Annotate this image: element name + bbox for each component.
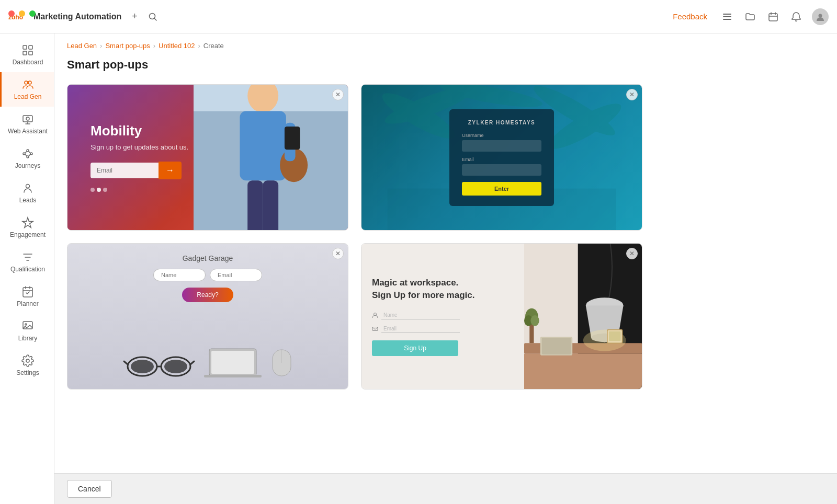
minimize-dot[interactable] <box>19 10 25 17</box>
notification-button[interactable] <box>789 9 804 24</box>
calendar-button[interactable] <box>766 9 781 24</box>
lead-gen-icon <box>21 78 34 91</box>
template-grid: Mobility Sign up to get updates about us… <box>67 84 642 390</box>
close-dot[interactable] <box>8 10 15 17</box>
svg-line-26 <box>29 154 30 156</box>
svg-rect-6 <box>769 14 777 21</box>
search-button[interactable] <box>146 10 160 24</box>
tmpl2-close-btn[interactable]: ✕ <box>626 89 638 100</box>
zylker-brand: ZYLKER HOMESTAYS <box>462 120 541 125</box>
cancel-button[interactable]: Cancel <box>67 480 112 498</box>
tmpl1-email-input[interactable] <box>91 163 159 178</box>
sidebar-item-library[interactable]: Library <box>0 314 54 348</box>
svg-rect-5 <box>723 19 731 20</box>
sidebar-label-library: Library <box>18 335 38 342</box>
breadcrumb-create: Create <box>203 42 224 50</box>
svg-line-25 <box>29 152 30 154</box>
maximize-dot[interactable] <box>29 10 36 17</box>
journeys-icon <box>21 147 34 160</box>
sidebar-label-engagement: Engagement <box>10 231 46 238</box>
qualification-icon <box>21 251 34 264</box>
gadget-form-area: Gadget Garage Ready? <box>78 254 337 302</box>
gadget-submit-btn[interactable]: Ready? <box>182 288 233 302</box>
sidebar-label-web-assistant: Web Assistant <box>8 128 48 135</box>
breadcrumb-lead-gen[interactable]: Lead Gen <box>67 42 97 50</box>
template-card-magic[interactable]: Magic at workspace.Sign Up for more magi… <box>361 243 642 390</box>
breadcrumb-untitled[interactable]: Untitled 102 <box>159 42 195 50</box>
tmpl4-close-btn[interactable]: ✕ <box>626 248 638 259</box>
svg-point-52 <box>131 360 154 373</box>
sidebar: Dashboard Lead Gen Web Assistant Jo <box>0 33 54 504</box>
svg-point-19 <box>23 153 25 155</box>
breadcrumb-smart-popups[interactable]: Smart pop-ups <box>105 42 150 50</box>
window-controls <box>8 10 36 17</box>
template-card-gadget-garage[interactable]: Gadget Garage Ready? <box>67 243 348 390</box>
svg-point-27 <box>26 185 30 188</box>
sidebar-item-leads[interactable]: Leads <box>0 176 54 210</box>
tmpl1-submit-btn[interactable]: → <box>159 162 182 179</box>
zylker-submit-btn[interactable]: Enter <box>462 182 541 196</box>
sidebar-item-settings[interactable]: Settings <box>0 348 54 383</box>
magic-name-field[interactable]: Name <box>381 311 460 319</box>
svg-rect-4 <box>723 16 731 17</box>
svg-line-23 <box>25 152 27 154</box>
tmpl3-close-btn[interactable]: ✕ <box>332 248 344 259</box>
svg-point-77 <box>530 315 539 326</box>
magic-submit-btn[interactable]: Sign Up <box>372 340 458 356</box>
sidebar-label-leads: Leads <box>19 197 37 204</box>
sidebar-item-qualification[interactable]: Qualification <box>0 245 54 279</box>
svg-line-56 <box>124 361 128 364</box>
zylker-username-field[interactable] <box>462 140 541 152</box>
add-button[interactable]: + <box>130 9 140 24</box>
svg-point-1 <box>149 13 155 19</box>
search-icon <box>148 12 157 21</box>
glasses-svg <box>122 350 196 379</box>
zylker-modal: ZYLKER HOMESTAYS Username Email Enter <box>449 109 554 206</box>
list-view-button[interactable] <box>720 9 734 24</box>
sidebar-item-dashboard[interactable]: Dashboard <box>0 38 54 72</box>
tmpl1-close-btn[interactable]: ✕ <box>332 89 344 100</box>
svg-point-10 <box>819 14 822 17</box>
bottom-bar: Cancel <box>54 473 837 504</box>
feedback-button[interactable]: Feedback <box>669 10 711 23</box>
page-title: Smart pop-ups <box>67 58 824 72</box>
calendar-icon <box>768 12 778 22</box>
template-card-mobility[interactable]: Mobility Sign up to get updates about us… <box>67 84 348 231</box>
sidebar-label-journeys: Journeys <box>15 162 41 169</box>
svg-point-20 <box>27 150 29 152</box>
template-preview-zylker: ZYLKER HOMESTAYS Username Email Enter <box>361 85 642 230</box>
zylker-email-label: Email <box>462 157 541 162</box>
svg-point-16 <box>28 81 31 84</box>
breadcrumb: Lead Gen › Smart pop-ups › Untitled 102 … <box>67 42 824 50</box>
svg-rect-17 <box>23 116 32 122</box>
gadget-name-input[interactable] <box>153 269 206 281</box>
sidebar-item-engagement[interactable]: Engagement <box>0 210 54 245</box>
magic-left: Magic at workspace.Sign Up for more magi… <box>361 244 524 389</box>
sidebar-label-qualification: Qualification <box>10 266 45 273</box>
sidebar-item-journeys[interactable]: Journeys <box>0 141 54 176</box>
sidebar-label-planner: Planner <box>17 300 38 307</box>
svg-point-34 <box>26 359 29 362</box>
dashboard-icon <box>21 44 34 56</box>
sidebar-item-web-assistant[interactable]: Web Assistant <box>0 107 54 141</box>
svg-point-54 <box>164 360 187 373</box>
zylker-email-field[interactable] <box>462 164 541 176</box>
magic-right <box>524 244 642 389</box>
user-avatar[interactable] <box>812 8 829 25</box>
sidebar-item-planner[interactable]: Planner <box>0 279 54 314</box>
svg-point-33 <box>25 324 27 325</box>
folder-button[interactable] <box>743 9 757 24</box>
gadget-brand: Gadget Garage <box>78 254 337 262</box>
svg-rect-40 <box>247 180 263 230</box>
svg-line-2 <box>154 18 156 20</box>
svg-rect-11 <box>23 45 27 49</box>
template-card-zylker[interactable]: ZYLKER HOMESTAYS Username Email Enter ✕ <box>361 84 642 231</box>
gadget-email-input[interactable] <box>210 269 262 281</box>
sidebar-label-settings: Settings <box>16 369 39 376</box>
magic-email-row: Email <box>372 325 514 333</box>
magic-email-field[interactable]: Email <box>381 325 460 333</box>
sidebar-item-lead-gen[interactable]: Lead Gen <box>0 72 54 107</box>
svg-rect-60 <box>204 375 262 377</box>
template-preview-mobility: Mobility Sign up to get updates about us… <box>67 85 348 230</box>
svg-rect-41 <box>263 180 278 230</box>
